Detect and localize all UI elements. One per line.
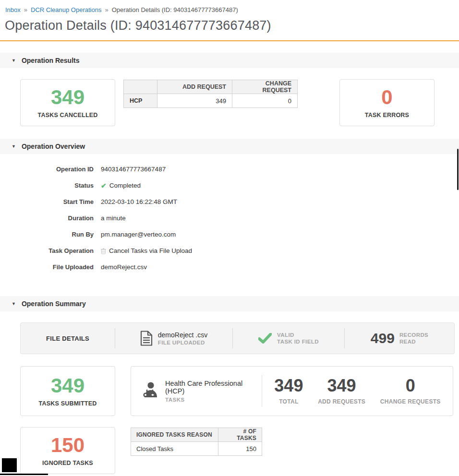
field-label: Duration (0, 214, 94, 222)
status-check-icon: ✔ (101, 182, 107, 190)
ignored-tasks-table: IGNORED TASKS REASON # OF TASKS Closed T… (131, 428, 262, 456)
results-table-corner-cell (124, 80, 157, 94)
tasks-cancelled-label: TASKS CANCELLED (38, 112, 98, 119)
results-table: ADD REQUEST CHANGE REQUEST HCP 349 0 (123, 80, 298, 108)
field-status: Status ✔ Completed (0, 182, 459, 190)
section-title: Operation Overview (22, 143, 85, 150)
hcp-doctor-icon (142, 381, 158, 401)
field-value: demoReject.csv (101, 263, 147, 271)
results-row-add-value: 349 (157, 94, 232, 108)
file-document-icon (140, 331, 153, 346)
section-title: Operation Results (22, 57, 80, 64)
hcp-entity-stats: 349 TOTAL 349 ADD REQUESTS 0 CHANGE REQU… (262, 377, 453, 405)
stat-total-value: 349 (274, 377, 303, 394)
records-read-segment: 499 RECORDS READ (345, 328, 454, 348)
records-read-value: 499 (371, 331, 395, 345)
summary-row-ignored: 150 IGNORED TASKS IGNORED TASKS REASON #… (20, 427, 459, 474)
title-accent-rule (0, 40, 459, 41)
field-file-uploaded: File Uploaded demoReject.csv (0, 263, 459, 271)
valid-line2: TASK ID FIELD (277, 338, 319, 345)
field-value: 940314677773667487 (101, 166, 166, 173)
stat-add-requests-value: 349 (318, 377, 365, 394)
results-row-entity: HCP (124, 94, 157, 108)
table-row: Closed Tasks 150 (131, 442, 262, 456)
stat-total-label: TOTAL (274, 398, 303, 405)
screen-artifact-line (0, 474, 48, 475)
records-line1: RECORDS (399, 332, 428, 338)
stat-total: 349 TOTAL (274, 377, 303, 405)
field-label: Task Operation (0, 247, 94, 255)
field-value: 2022-03-10 16:22:48 GMT (101, 198, 177, 206)
table-header-row: ADD REQUEST CHANGE REQUEST (124, 80, 298, 94)
summary-row-submitted: 349 TASKS SUBMITTED Health Care Professi… (20, 366, 459, 416)
field-label: Run By (0, 231, 94, 238)
section-header-operation-summary[interactable]: ▼ Operation Summary (0, 296, 459, 311)
results-table-header-add: ADD REQUEST (157, 80, 232, 94)
stat-change-requests-label: CHANGE REQUESTS (380, 398, 441, 405)
field-value: Cancel Tasks via File Upload (101, 247, 192, 255)
status-text: Completed (109, 182, 141, 190)
breadcrumb: Inbox»DCR Cleanup Operations»Operation D… (0, 0, 459, 13)
hcp-entity-name: Health Care Professional (HCP) (165, 380, 262, 395)
field-value: ✔ Completed (101, 182, 141, 190)
field-label: Status (0, 182, 94, 190)
tasks-submitted-label: TASKS SUBMITTED (39, 400, 97, 407)
breadcrumb-separator: » (105, 6, 108, 13)
collapse-triangle-icon: ▼ (12, 58, 16, 63)
ignored-tasks-value: 150 (51, 435, 85, 455)
task-operation-text: Cancel Tasks via File Upload (109, 247, 192, 255)
file-details-title: FILE DETAILS (46, 335, 89, 342)
page-title: Operation Details (ID: 94031467777366748… (5, 18, 454, 33)
section-title: Operation Summary (22, 300, 86, 308)
field-label: File Uploaded (0, 263, 94, 271)
file-uploaded-segment: demoReject .csv FILE UPLOADED (115, 328, 232, 348)
stat-change-requests-value: 0 (380, 377, 441, 394)
ignored-table-header-count: # OF TASKS (218, 428, 262, 442)
hcp-entity-sublabel: TASKS (165, 397, 262, 403)
breadcrumb-link-inbox[interactable]: Inbox (5, 6, 21, 13)
vertical-scrollbar-thumb[interactable] (457, 149, 459, 190)
field-value: a minute (101, 214, 126, 222)
valid-line1: VALID (277, 332, 319, 338)
field-run-by: Run By pm.manager@verteo.com (0, 231, 459, 238)
stat-add-requests: 349 ADD REQUESTS (318, 377, 365, 405)
valid-check-icon (258, 333, 272, 344)
uploaded-file-name: demoReject .csv (158, 331, 207, 339)
breadcrumb-link-dcr-cleanup[interactable]: DCR Cleanup Operations (31, 6, 101, 13)
section-header-operation-overview[interactable]: ▼ Operation Overview (0, 139, 459, 154)
table-header-row: IGNORED TASKS REASON # OF TASKS (131, 428, 262, 442)
uploaded-file-label: FILE UPLOADED (158, 340, 207, 345)
results-row-change-value: 0 (232, 94, 298, 108)
field-start-time: Start Time 2022-03-10 16:22:48 GMT (0, 198, 459, 206)
collapse-triangle-icon: ▼ (12, 144, 16, 149)
ignored-row-reason: Closed Tasks (131, 442, 218, 456)
table-row: HCP 349 0 (124, 94, 298, 108)
ignored-table-header-reason: IGNORED TASKS REASON (131, 428, 218, 442)
section-header-operation-results[interactable]: ▼ Operation Results (0, 53, 459, 68)
file-details-title-segment: FILE DETAILS (21, 328, 115, 348)
hcp-tasks-card: Health Care Professional (HCP) TASKS 349… (131, 366, 453, 416)
collapse-triangle-icon: ▼ (12, 301, 16, 306)
field-task-operation: Task Operation Cancel Tasks via File Upl… (0, 247, 459, 255)
field-operation-id: Operation ID 940314677773667487 (0, 166, 459, 173)
field-label: Start Time (0, 198, 94, 206)
tasks-submitted-value: 349 (51, 376, 85, 396)
tasks-cancelled-value: 349 (51, 87, 85, 107)
ignored-row-count: 150 (218, 442, 262, 456)
tasks-submitted-card: 349 TASKS SUBMITTED (20, 366, 115, 416)
breadcrumb-current: Operation Details (ID: 94031467777366748… (112, 6, 238, 13)
trash-icon (101, 248, 106, 254)
operation-results-content: 349 TASKS CANCELLED ADD REQUEST CHANGE R… (20, 79, 439, 126)
field-label: Operation ID (0, 166, 94, 173)
ignored-tasks-label: IGNORED TASKS (42, 460, 93, 466)
ignored-tasks-card: 150 IGNORED TASKS (20, 427, 115, 474)
task-errors-value: 0 (381, 87, 392, 107)
tasks-cancelled-card: 349 TASKS CANCELLED (20, 79, 115, 126)
task-errors-card: 0 TASK ERRORS (339, 79, 435, 126)
file-details-strip: FILE DETAILS demoReject .csv FILE UPLOAD… (20, 322, 455, 354)
field-duration: Duration a minute (0, 214, 459, 222)
field-value: pm.manager@verteo.com (101, 231, 176, 238)
stat-change-requests: 0 CHANGE REQUESTS (380, 377, 441, 405)
stat-add-requests-label: ADD REQUESTS (318, 398, 365, 405)
screen-artifact-square (2, 458, 17, 472)
